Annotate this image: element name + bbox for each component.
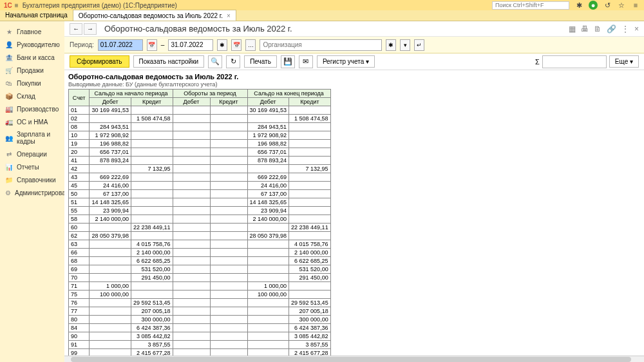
period-row: Период: 📅 – ✱ 📅 … ✱ ▾ ↵ bbox=[64, 37, 644, 53]
table-row[interactable]: 686 622 685,256 622 685,25 bbox=[69, 257, 331, 265]
table-row[interactable]: 4524 416,0024 416,00 bbox=[69, 182, 331, 190]
sidebar-item-7[interactable]: 🚛ОС и НМА bbox=[0, 115, 64, 128]
table-row[interactable]: 77207 005,18207 005,18 bbox=[69, 307, 331, 316]
forward-button[interactable]: → bbox=[84, 23, 97, 35]
table-row[interactable]: 80300 000,00300 000,00 bbox=[69, 316, 331, 324]
star-icon[interactable]: ☆ bbox=[617, 1, 626, 10]
show-settings-button[interactable]: Показать настройки bbox=[133, 55, 205, 68]
sidebar-item-5[interactable]: 📦Склад bbox=[0, 90, 64, 102]
history-icon[interactable]: ↺ bbox=[603, 1, 612, 10]
calendar-icon[interactable]: 📅 bbox=[147, 39, 157, 51]
calendar-icon[interactable]: 📅 bbox=[231, 39, 242, 51]
sidebar-item-label: Отчеты bbox=[17, 164, 39, 171]
sidebar-item-10[interactable]: 📊Отчеты bbox=[0, 160, 64, 173]
table-row[interactable]: 101 972 908,921 972 908,92 bbox=[69, 131, 331, 140]
more-icon[interactable]: ≡ bbox=[631, 1, 640, 10]
table-row[interactable]: 7629 592 513,4529 592 513,45 bbox=[69, 299, 331, 307]
register-button[interactable]: Регистр учета ▾ bbox=[317, 55, 375, 68]
wand-icon[interactable]: ✱ bbox=[217, 39, 227, 51]
table-row[interactable]: 5114 148 325,6514 148 325,65 bbox=[69, 198, 331, 207]
notification-icon[interactable]: ✱ bbox=[574, 1, 583, 10]
link-icon[interactable]: 🔗 bbox=[607, 24, 616, 33]
table-row[interactable]: 711 000,001 000,00 bbox=[69, 282, 331, 291]
sidebar-item-9[interactable]: ⇄Операции bbox=[0, 148, 64, 160]
sidebar-item-3[interactable]: 🛒Продажи bbox=[0, 64, 64, 77]
table-row[interactable]: 846 424 387,366 424 387,36 bbox=[69, 324, 331, 332]
dropdown-icon[interactable]: ▾ bbox=[400, 39, 410, 51]
table-row[interactable]: 021 508 474,581 508 474,58 bbox=[69, 115, 331, 123]
table-row[interactable]: 0130 169 491,5330 169 491,53 bbox=[69, 106, 331, 115]
sum-input[interactable] bbox=[542, 55, 607, 68]
sum-icon[interactable]: Σ bbox=[535, 58, 540, 66]
print-icon[interactable]: 🖶 bbox=[581, 24, 589, 33]
table-row[interactable]: 582 140 000,002 140 000,00 bbox=[69, 215, 331, 224]
col-credit: Кредит bbox=[289, 98, 331, 106]
table-row[interactable]: 427 132,957 132,95 bbox=[69, 165, 331, 173]
col-acc: Счет bbox=[69, 90, 90, 106]
table-row[interactable]: 6228 050 379,9828 050 379,98 bbox=[69, 232, 331, 240]
col-debit: Дебет bbox=[90, 98, 131, 106]
save-icon[interactable]: 🗎 bbox=[594, 24, 601, 33]
sidebar-item-12[interactable]: ⚙Администрирование bbox=[0, 186, 64, 199]
table-row[interactable]: 75100 000,00100 000,00 bbox=[69, 291, 331, 299]
sidebar-item-1[interactable]: 👤Руководителю bbox=[0, 38, 64, 51]
organization-input[interactable] bbox=[260, 39, 382, 51]
wand-icon[interactable]: ✱ bbox=[386, 39, 396, 51]
col-debit: Дебет bbox=[247, 98, 289, 106]
refresh-icon[interactable]: ↻ bbox=[226, 55, 240, 68]
sidebar-item-0[interactable]: ★Главное bbox=[0, 25, 64, 38]
sidebar-item-label: Руководителю bbox=[17, 41, 60, 48]
table-row[interactable]: 08284 943,51284 943,51 bbox=[69, 123, 331, 131]
horizontal-scrollbar[interactable] bbox=[64, 356, 644, 362]
menu-icon[interactable]: ≡ bbox=[15, 2, 19, 9]
table-row[interactable]: 6022 238 449,1122 238 449,11 bbox=[69, 224, 331, 232]
sidebar-item-6[interactable]: 🏭Производство bbox=[0, 102, 64, 115]
save-file-icon[interactable]: 💾 bbox=[281, 55, 295, 68]
table-row[interactable]: 5067 137,0067 137,00 bbox=[69, 190, 331, 198]
table-row[interactable]: 634 015 758,764 015 758,76 bbox=[69, 240, 331, 249]
sidebar-item-4[interactable]: 🛍Покупки bbox=[0, 77, 64, 90]
date-to-input[interactable] bbox=[168, 39, 213, 51]
sidebar: ★Главное👤Руководителю🏦Банк и касса🛒Прода… bbox=[0, 21, 64, 362]
sidebar-icon: 📦 bbox=[5, 92, 13, 100]
table-row[interactable]: 19196 988,82196 988,82 bbox=[69, 140, 331, 148]
table-row[interactable]: 69531 520,00531 520,00 bbox=[69, 265, 331, 274]
page-header: ← → Оборотно-сальдовая ведомость за Июль… bbox=[64, 21, 644, 37]
email-icon[interactable]: ✉ bbox=[299, 55, 313, 68]
sidebar-item-label: Операции bbox=[17, 151, 47, 158]
table-row[interactable]: 913 857,553 857,55 bbox=[69, 341, 331, 349]
col-turnover: Обороты за период bbox=[173, 90, 247, 98]
select-icon[interactable]: ↵ bbox=[414, 39, 424, 51]
more-button[interactable]: Еще ▾ bbox=[609, 55, 639, 68]
sidebar-item-8[interactable]: 👥Зарплата и кадры bbox=[0, 128, 64, 148]
table-row[interactable]: 992 415 677,282 415 677,28 bbox=[69, 349, 331, 356]
app-vendor: (1С:Предприятие) bbox=[123, 2, 177, 9]
form-button[interactable]: Сформировать bbox=[70, 55, 129, 68]
sidebar-item-11[interactable]: 📁Справочники bbox=[0, 173, 64, 186]
table-row[interactable]: 70291 450,00291 450,00 bbox=[69, 274, 331, 282]
col-begin: Сальдо на начало периода bbox=[90, 90, 173, 98]
tab-home[interactable]: Начальная страница bbox=[0, 10, 73, 21]
global-search-input[interactable] bbox=[492, 1, 569, 10]
close-icon[interactable]: × bbox=[634, 24, 639, 33]
table-row[interactable]: 43669 222,69669 222,69 bbox=[69, 173, 331, 182]
table-row[interactable]: 662 140 000,002 140 000,00 bbox=[69, 249, 331, 257]
tab-report[interactable]: Оборотно-сальдовая ведомость за Июль 202… bbox=[73, 10, 236, 21]
ellipsis-button[interactable]: … bbox=[245, 39, 256, 51]
close-icon[interactable]: × bbox=[227, 12, 231, 19]
sidebar-item-label: Продажи bbox=[17, 67, 44, 74]
action-row: Сформировать Показать настройки 🔍 ↻ Печа… bbox=[64, 53, 644, 70]
table-row[interactable]: 20656 737,01656 737,01 bbox=[69, 148, 331, 157]
search-icon[interactable]: 🔍 bbox=[208, 55, 222, 68]
back-button[interactable]: ← bbox=[70, 23, 82, 35]
table-row[interactable]: 903 085 442,823 085 442,82 bbox=[69, 332, 331, 341]
table-row[interactable]: 5523 909,9423 909,94 bbox=[69, 207, 331, 215]
date-from-input[interactable] bbox=[98, 39, 143, 51]
grid-icon[interactable]: ▦ bbox=[569, 24, 576, 33]
sidebar-icon: ★ bbox=[5, 28, 13, 35]
print-button[interactable]: Печать bbox=[244, 55, 277, 68]
status-icon[interactable]: ● bbox=[589, 1, 598, 10]
sidebar-item-2[interactable]: 🏦Банк и касса bbox=[0, 51, 64, 64]
more-icon[interactable]: ⋮ bbox=[621, 24, 629, 33]
table-row[interactable]: 41878 893,24878 893,24 bbox=[69, 157, 331, 165]
